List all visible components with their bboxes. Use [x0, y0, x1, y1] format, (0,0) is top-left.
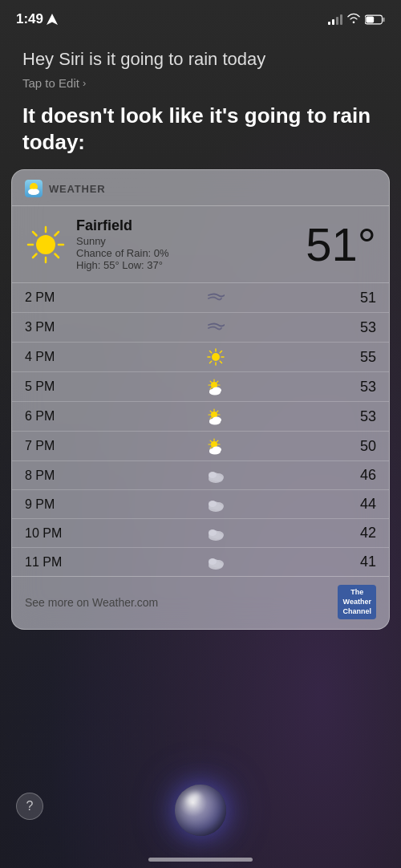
weather-channel-badge: TheWeatherChannel	[338, 585, 376, 619]
partly-cloudy-sun-icon	[81, 378, 350, 395]
high-low-label: High: 55° Low: 37°	[76, 259, 169, 271]
condition-label: Sunny	[76, 235, 169, 247]
svg-point-18	[212, 353, 220, 361]
hour-label: 9 PM	[25, 497, 81, 512]
svg-point-50	[209, 420, 221, 425]
hourly-row: 9 PM 44	[12, 490, 389, 519]
home-indicator[interactable]	[148, 858, 253, 862]
cloudy-icon	[81, 468, 350, 483]
hour-temp: 53	[350, 408, 376, 425]
hourly-row: 5 PM 53	[12, 372, 389, 402]
hourly-row: 2 PM 51	[12, 283, 389, 313]
hourly-row: 8 PM 46	[12, 461, 389, 490]
help-button[interactable]: ?	[16, 793, 43, 820]
svg-line-17	[33, 254, 37, 258]
svg-rect-2	[383, 17, 384, 21]
hour-temp: 53	[350, 379, 376, 395]
svg-point-62	[209, 449, 221, 455]
hour-label: 10 PM	[25, 526, 81, 541]
hour-label: 7 PM	[25, 439, 81, 453]
hour-label: 4 PM	[25, 350, 81, 364]
svg-marker-0	[47, 14, 58, 25]
svg-line-24	[220, 361, 221, 363]
weather-app-icon	[25, 180, 43, 197]
wind-icon	[81, 289, 350, 306]
weather-footer[interactable]: See more on Weather.com TheWeatherChanne…	[12, 576, 389, 629]
time-label: 1:49	[16, 11, 43, 27]
city-name: Fairfield	[76, 217, 169, 234]
siri-query-area: Hey Siri is it going to rain today Tap t…	[0, 34, 401, 95]
hour-temp: 41	[350, 554, 376, 570]
hour-temp: 46	[350, 467, 376, 484]
svg-point-74	[209, 529, 217, 536]
battery-icon	[365, 14, 385, 25]
svg-line-46	[217, 411, 218, 412]
current-weather-section: Fairfield Sunny Chance of Rain: 0% High:…	[12, 206, 389, 283]
svg-point-9	[36, 235, 55, 254]
siri-response-area: It doesn't look like it's going to rain …	[0, 95, 401, 170]
svg-line-56	[210, 440, 212, 442]
svg-line-34	[217, 381, 218, 383]
hour-label: 2 PM	[25, 290, 81, 305]
cloudy-icon	[81, 526, 350, 541]
status-time: 1:49	[16, 11, 58, 27]
hourly-row: 4 PM 55	[12, 343, 389, 372]
hourly-forecast-list: 2 PM 51 3 PM 53 4 PM 55 5 PM 53 6 PM 53 …	[12, 283, 389, 576]
hour-temp: 50	[350, 438, 376, 455]
tap-to-edit-label: Tap to Edit	[22, 76, 79, 90]
hourly-row: 7 PM 50	[12, 432, 389, 461]
weather-card[interactable]: WEATHER	[11, 169, 390, 630]
hour-label: 5 PM	[25, 379, 81, 394]
svg-line-25	[220, 351, 221, 353]
svg-point-78	[209, 558, 217, 565]
sun-icon	[25, 224, 67, 266]
cloudy-icon	[81, 555, 350, 570]
siri-query-text: Hey Siri is it going to rain today	[22, 48, 379, 71]
status-bar: 1:49	[0, 0, 401, 34]
rain-chance-label: Chance of Rain: 0%	[76, 247, 169, 259]
hour-label: 6 PM	[25, 409, 81, 424]
hour-temp: 53	[350, 319, 376, 336]
partly-cloudy-sun-icon	[81, 437, 350, 455]
tap-to-edit-chevron-icon: ›	[83, 77, 86, 89]
wind-icon	[81, 318, 350, 336]
svg-point-66	[209, 472, 217, 478]
svg-point-70	[209, 501, 217, 507]
svg-line-14	[33, 232, 37, 236]
svg-line-44	[210, 411, 212, 412]
svg-line-35	[210, 387, 212, 389]
svg-rect-3	[366, 16, 374, 22]
hourly-row: 11 PM 41	[12, 548, 389, 576]
tap-to-edit-button[interactable]: Tap to Edit ›	[22, 76, 379, 90]
siri-response-text: It doesn't look like it's going to rain …	[22, 103, 379, 157]
hourly-row: 6 PM 53	[12, 402, 389, 432]
hour-temp: 42	[350, 525, 376, 541]
see-more-link[interactable]: See more on Weather.com	[25, 596, 158, 609]
svg-point-8	[29, 190, 38, 195]
cloudy-icon	[81, 497, 350, 512]
svg-line-58	[217, 440, 218, 442]
siri-ball[interactable]	[175, 785, 226, 836]
status-icons	[328, 12, 385, 26]
location-arrow-icon	[47, 14, 58, 25]
svg-line-15	[55, 254, 59, 258]
partly-cloudy-sun-icon	[81, 408, 350, 425]
svg-point-38	[209, 390, 221, 395]
wifi-icon	[347, 12, 360, 26]
svg-line-59	[210, 447, 212, 448]
hourly-row: 10 PM 42	[12, 519, 389, 548]
sunny-icon	[81, 348, 350, 366]
hour-temp: 51	[350, 290, 376, 306]
hour-label: 11 PM	[25, 555, 81, 570]
help-label: ?	[26, 799, 34, 813]
svg-line-26	[210, 361, 212, 363]
weather-card-header: WEATHER	[12, 170, 389, 206]
svg-line-47	[210, 417, 212, 419]
hourly-row: 3 PM 53	[12, 313, 389, 343]
hour-label: 3 PM	[25, 320, 81, 335]
svg-line-32	[210, 381, 212, 383]
svg-line-16	[55, 232, 59, 236]
current-temperature: 51°	[306, 221, 376, 268]
weather-card-label: WEATHER	[49, 183, 105, 195]
hour-temp: 55	[350, 349, 376, 366]
